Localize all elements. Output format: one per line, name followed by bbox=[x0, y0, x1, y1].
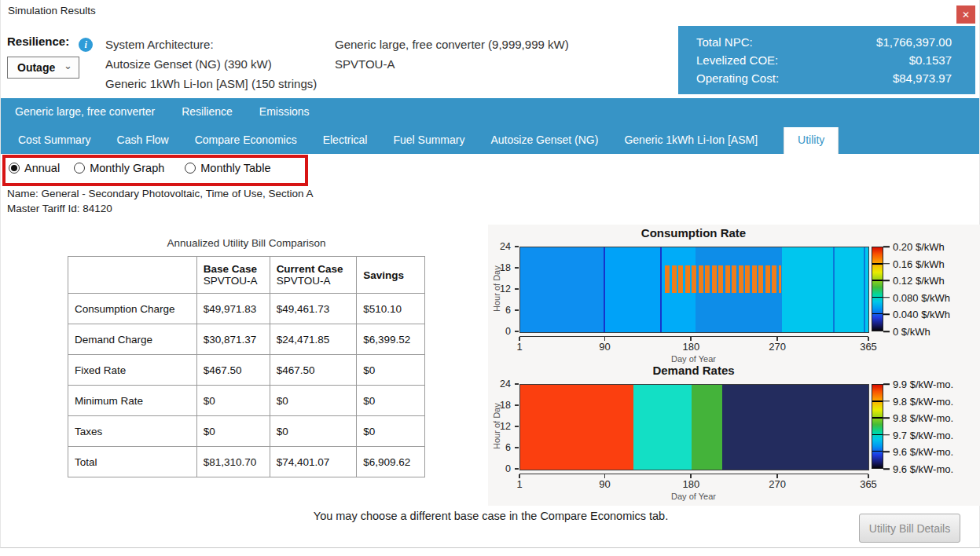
radio-monthly-table-dot bbox=[185, 163, 196, 174]
season-boundary-line bbox=[604, 247, 605, 332]
heatmap-plot bbox=[519, 247, 869, 333]
tab-generic-large-free-converter[interactable]: Generic large, free converter bbox=[15, 105, 155, 118]
colorbar-tick-line bbox=[872, 263, 883, 265]
colorbar-tick-mark bbox=[883, 468, 890, 470]
radio-annual-dot bbox=[9, 163, 20, 174]
system-architecture-label: System Architecture: bbox=[105, 35, 317, 54]
colorbar-tick-mark bbox=[883, 452, 890, 453]
y-tick-label: 18 bbox=[500, 400, 511, 411]
tab-utility[interactable]: Utility bbox=[784, 127, 839, 154]
tab-band: Generic large, free converter Resilience… bbox=[1, 98, 979, 154]
colorbar-tick-line bbox=[872, 401, 883, 402]
colorbar-tick-mark bbox=[883, 383, 890, 385]
row-label: Total bbox=[68, 447, 197, 477]
row-savings: $0 bbox=[357, 355, 425, 386]
tab-fuel-summary[interactable]: Fuel Summary bbox=[393, 127, 464, 154]
radio-monthly-table-label: Monthly Table bbox=[200, 162, 270, 174]
y-tick-label: 6 bbox=[505, 442, 511, 453]
rate-region bbox=[782, 247, 868, 332]
season-boundary-line bbox=[864, 247, 865, 332]
header-current-case: Current Case SPVTOU-A bbox=[270, 257, 357, 294]
x-tick-label: 180 bbox=[682, 341, 699, 353]
resilience-label-text: Resilience: bbox=[7, 35, 69, 48]
tariff-master-id: Master Tariff Id: 84120 bbox=[7, 202, 313, 217]
base-case-note: You may choose a different base case in … bbox=[1, 510, 980, 522]
row-current: $24,471.85 bbox=[270, 324, 357, 355]
resilience-label: Resilience:i bbox=[7, 35, 93, 52]
header-base-case-sub: SPVTOU-A bbox=[204, 275, 263, 287]
colorbar-tick-label: 0.20 $/kWh bbox=[893, 241, 945, 253]
levelized-coe-value: $0.1537 bbox=[909, 51, 952, 69]
tab-generic-1kwh-li-ion[interactable]: Generic 1kWh Li-Ion [ASM] bbox=[624, 127, 758, 154]
total-npc-row: Total NPC: $1,766,397.00 bbox=[696, 33, 952, 51]
tab-compare-economics[interactable]: Compare Economics bbox=[195, 127, 297, 154]
total-npc-label: Total NPC: bbox=[696, 33, 753, 51]
tab-cost-summary[interactable]: Cost Summary bbox=[18, 127, 91, 154]
window-title: Simulation Results bbox=[8, 5, 96, 16]
outage-dropdown[interactable]: Outage ⌄ bbox=[7, 57, 79, 79]
y-tick-label: 0 bbox=[505, 326, 511, 337]
levelized-coe-row: Levelized COE: $0.1537 bbox=[696, 51, 952, 69]
colorbar-tick-mark bbox=[883, 331, 890, 332]
x-axis-ticks: 190180270365 bbox=[519, 478, 868, 490]
radio-monthly-graph-dot bbox=[74, 163, 85, 174]
y-tick-label: 18 bbox=[500, 262, 511, 273]
colorbar-tick-label: 9.6 $/kW-mo. bbox=[893, 446, 953, 458]
table-row: Fixed Rate $467.50 $467.50 $0 bbox=[68, 355, 425, 386]
info-icon[interactable]: i bbox=[79, 38, 93, 52]
close-icon[interactable]: ✕ bbox=[956, 5, 975, 24]
radio-annual[interactable]: Annual bbox=[9, 162, 60, 174]
operating-cost-row: Operating Cost: $84,973.97 bbox=[696, 69, 952, 87]
table-row: Taxes $0 $0 $0 bbox=[68, 416, 425, 447]
chevron-down-icon: ⌄ bbox=[64, 56, 72, 76]
y-tick-mark bbox=[515, 383, 519, 385]
colorbar-tick-mark bbox=[883, 401, 890, 402]
x-tick-label: 90 bbox=[599, 478, 610, 490]
rate-region bbox=[520, 385, 633, 470]
y-tick-label: 0 bbox=[505, 463, 511, 474]
row-label: Consumption Charge bbox=[68, 294, 197, 324]
tab-autosize-genset[interactable]: Autosize Genset (NG) bbox=[490, 127, 598, 154]
colorbar-tick-line bbox=[872, 417, 883, 419]
results-summary-box: Total NPC: $1,766,397.00 Levelized COE: … bbox=[678, 26, 975, 94]
row-base: $0 bbox=[196, 386, 270, 416]
x-tick-label: 270 bbox=[769, 478, 786, 490]
radio-monthly-table[interactable]: Monthly Table bbox=[185, 162, 270, 174]
colorbar bbox=[872, 247, 883, 331]
colorbar-tick-label: 0 $/kWh bbox=[893, 326, 930, 338]
bill-comparison-table: Base Case SPVTOU-A Current Case SPVTOU-A… bbox=[68, 256, 425, 477]
y-tick-mark bbox=[515, 331, 519, 332]
row-label: Taxes bbox=[68, 416, 197, 447]
tab-electrical[interactable]: Electrical bbox=[323, 127, 368, 154]
row-label: Minimum Rate bbox=[68, 386, 197, 416]
y-tick-label: 12 bbox=[500, 421, 511, 432]
colorbar-tick-mark bbox=[883, 280, 890, 281]
colorbar bbox=[872, 384, 883, 469]
colorbar-tick-mark bbox=[883, 263, 890, 265]
bill-table-title: Annualized Utility Bill Comparison bbox=[68, 237, 425, 249]
radio-monthly-graph[interactable]: Monthly Graph bbox=[74, 162, 164, 174]
colorbar-tick-line bbox=[872, 297, 883, 298]
row-base: $30,871.37 bbox=[196, 324, 270, 355]
levelized-coe-label: Levelized COE: bbox=[696, 51, 778, 69]
table-header-row: Base Case SPVTOU-A Current Case SPVTOU-A… bbox=[68, 257, 425, 294]
chart-title: Demand Rates bbox=[519, 364, 868, 377]
colorbar-tick-label: 0.080 $/kWh bbox=[893, 291, 950, 303]
tariff-info: Name: General - Secondary Photovoltaic, … bbox=[7, 187, 313, 216]
colorbar-tick-label: 9.8 $/kW-mo. bbox=[893, 412, 953, 424]
tab-emissions[interactable]: Emissions bbox=[259, 105, 310, 118]
colorbar-tick-mark bbox=[883, 417, 890, 419]
tab-cash-flow[interactable]: Cash Flow bbox=[117, 127, 169, 154]
x-axis-label: Day of Year bbox=[519, 354, 868, 364]
x-tick-label: 90 bbox=[599, 341, 610, 353]
tab-resilience[interactable]: Resilience bbox=[182, 105, 233, 118]
y-tick-label: 6 bbox=[505, 305, 511, 316]
system-architecture-genset: Autosize Genset (NG) (390 kW) bbox=[105, 54, 317, 74]
utility-bill-details-button[interactable]: Utility Bill Details bbox=[859, 514, 960, 543]
row-savings: $6,399.52 bbox=[357, 324, 425, 355]
rate-region bbox=[633, 385, 692, 470]
colorbar-tick-mark bbox=[883, 314, 890, 316]
y-tick-label: 12 bbox=[500, 283, 511, 294]
header-savings: Savings bbox=[357, 257, 425, 294]
x-tick-label: 270 bbox=[769, 341, 786, 353]
